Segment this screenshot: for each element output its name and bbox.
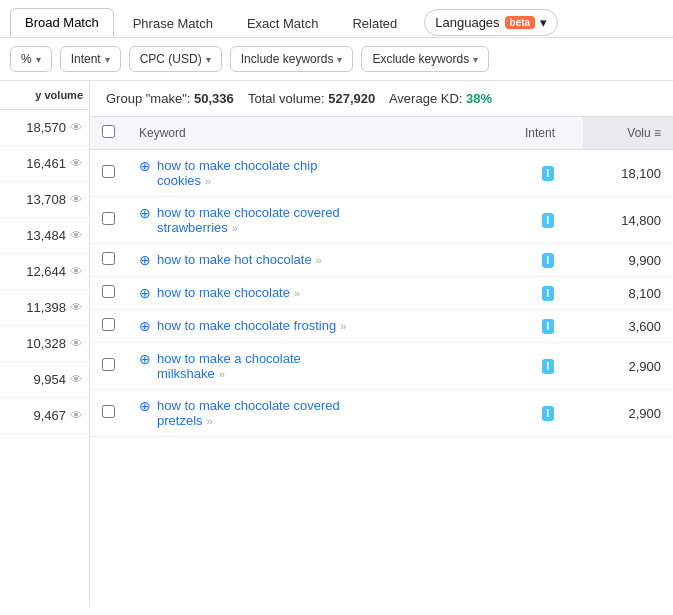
intent-badge: I	[542, 359, 555, 374]
list-item[interactable]: 12,644 👁	[0, 254, 89, 290]
cpc-filter[interactable]: CPC (USD) ▾	[129, 46, 222, 72]
volume-cell: 8,100	[583, 277, 673, 310]
select-all-checkbox[interactable]	[102, 125, 115, 138]
sidebar-volume-value: 11,398	[26, 300, 66, 315]
eye-icon[interactable]: 👁	[70, 264, 83, 279]
volume-cell: 2,900	[583, 343, 673, 390]
keyword-link[interactable]: how to make chocolate	[157, 285, 290, 300]
row-checkbox[interactable]	[102, 212, 115, 225]
expand-icon[interactable]: »	[207, 415, 213, 427]
tab-phrase-match[interactable]: Phrase Match	[118, 9, 228, 37]
expand-icon[interactable]: »	[294, 287, 300, 299]
keyword-link[interactable]: pretzels	[157, 413, 203, 428]
tab-exact-match[interactable]: Exact Match	[232, 9, 334, 37]
expand-icon[interactable]: »	[316, 254, 322, 266]
table-row: ⊕how to make chocolate chipcookies»I18,1…	[90, 150, 673, 197]
volume-filter[interactable]: % ▾	[10, 46, 52, 72]
list-item[interactable]: 13,484 👁	[0, 218, 89, 254]
eye-icon[interactable]: 👁	[70, 228, 83, 243]
list-item[interactable]: 10,328 👁	[0, 326, 89, 362]
add-keyword-icon[interactable]: ⊕	[139, 205, 151, 221]
eye-icon[interactable]: 👁	[70, 156, 83, 171]
row-checkbox[interactable]	[102, 285, 115, 298]
intent-badge: I	[542, 286, 555, 301]
languages-label: Languages	[435, 15, 499, 30]
expand-icon[interactable]: »	[205, 175, 211, 187]
keyword-text: how to make chocolate coveredpretzels»	[157, 398, 340, 428]
volume-cell: 3,600	[583, 310, 673, 343]
table-row: ⊕how to make a chocolatemilkshake»I2,900	[90, 343, 673, 390]
row-checkbox[interactable]	[102, 318, 115, 331]
avg-kd: 38%	[466, 91, 492, 106]
add-keyword-icon[interactable]: ⊕	[139, 158, 151, 174]
keyword-link[interactable]: how to make a chocolate	[157, 351, 301, 366]
chevron-down-icon: ▾	[337, 54, 342, 65]
exclude-keywords-filter[interactable]: Exclude keywords ▾	[361, 46, 489, 72]
row-checkbox[interactable]	[102, 252, 115, 265]
languages-dropdown[interactable]: Languages beta ▾	[424, 9, 558, 36]
sidebar-header: y volume	[0, 81, 89, 110]
table-row: ⊕how to make chocolate coveredpretzels»I…	[90, 390, 673, 437]
keyword-link[interactable]: how to make chocolate covered	[157, 398, 340, 413]
add-keyword-icon[interactable]: ⊕	[139, 398, 151, 414]
add-keyword-icon[interactable]: ⊕	[139, 318, 151, 334]
list-item[interactable]: 13,708 👁	[0, 182, 89, 218]
intent-filter-label: Intent	[71, 52, 101, 66]
main-area: y volume 18,570 👁 16,461 👁 13,708 👁 13,4…	[0, 81, 673, 606]
list-item[interactable]: 16,461 👁	[0, 146, 89, 182]
intent-filter[interactable]: Intent ▾	[60, 46, 121, 72]
keyword-text: how to make chocolate»	[157, 285, 300, 300]
keyword-link[interactable]: milkshake	[157, 366, 215, 381]
eye-icon[interactable]: 👁	[70, 408, 83, 423]
filter-bar: % ▾ Intent ▾ CPC (USD) ▾ Include keyword…	[0, 38, 673, 81]
avg-prefix: Average KD:	[389, 91, 462, 106]
volume-header-label: Volu	[627, 126, 650, 140]
keyword-link[interactable]: how to make chocolate frosting	[157, 318, 336, 333]
eye-icon[interactable]: 👁	[70, 300, 83, 315]
tab-broad-match[interactable]: Broad Match	[10, 8, 114, 37]
row-checkbox[interactable]	[102, 165, 115, 178]
keyword-link[interactable]: how to make hot chocolate	[157, 252, 312, 267]
volume-cell: 2,900	[583, 390, 673, 437]
select-all-header[interactable]	[90, 117, 127, 150]
expand-icon[interactable]: »	[340, 320, 346, 332]
eye-icon[interactable]: 👁	[70, 372, 83, 387]
intent-badge: I	[542, 253, 555, 268]
tab-related[interactable]: Related	[337, 9, 412, 37]
volume-filter-label: %	[21, 52, 32, 66]
exclude-keywords-label: Exclude keywords	[372, 52, 469, 66]
expand-icon[interactable]: »	[232, 222, 238, 234]
chevron-down-icon: ▾	[105, 54, 110, 65]
eye-icon[interactable]: 👁	[70, 120, 83, 135]
keyword-text: how to make chocolate frosting»	[157, 318, 346, 333]
content-area: Group "make": 50,336 Total volume: 527,9…	[90, 81, 673, 606]
expand-icon[interactable]: »	[219, 368, 225, 380]
list-item[interactable]: 11,398 👁	[0, 290, 89, 326]
row-checkbox[interactable]	[102, 405, 115, 418]
list-item[interactable]: 9,467 👁	[0, 398, 89, 434]
keyword-text: how to make hot chocolate»	[157, 252, 322, 267]
volume-cell: 9,900	[583, 244, 673, 277]
sidebar-volume-value: 18,570	[26, 120, 66, 135]
volume-column-header[interactable]: Volu ≡	[583, 117, 673, 150]
include-keywords-filter[interactable]: Include keywords ▾	[230, 46, 354, 72]
eye-icon[interactable]: 👁	[70, 192, 83, 207]
keyword-text: how to make a chocolatemilkshake»	[157, 351, 301, 381]
keyword-link[interactable]: strawberries	[157, 220, 228, 235]
eye-icon[interactable]: 👁	[70, 336, 83, 351]
chevron-down-icon: ▾	[540, 15, 547, 30]
row-checkbox[interactable]	[102, 358, 115, 371]
keyword-link[interactable]: how to make chocolate chip	[157, 158, 317, 173]
keyword-link[interactable]: how to make chocolate covered	[157, 205, 340, 220]
add-keyword-icon[interactable]: ⊕	[139, 285, 151, 301]
group-prefix: Group "make":	[106, 91, 190, 106]
beta-badge: beta	[505, 16, 536, 29]
list-item[interactable]: 18,570 👁	[0, 110, 89, 146]
add-keyword-icon[interactable]: ⊕	[139, 252, 151, 268]
intent-badge: I	[542, 166, 555, 181]
add-keyword-icon[interactable]: ⊕	[139, 351, 151, 367]
keyword-link[interactable]: cookies	[157, 173, 201, 188]
tab-bar: Broad Match Phrase Match Exact Match Rel…	[0, 0, 673, 38]
sidebar-volume-value: 16,461	[26, 156, 66, 171]
list-item[interactable]: 9,954 👁	[0, 362, 89, 398]
